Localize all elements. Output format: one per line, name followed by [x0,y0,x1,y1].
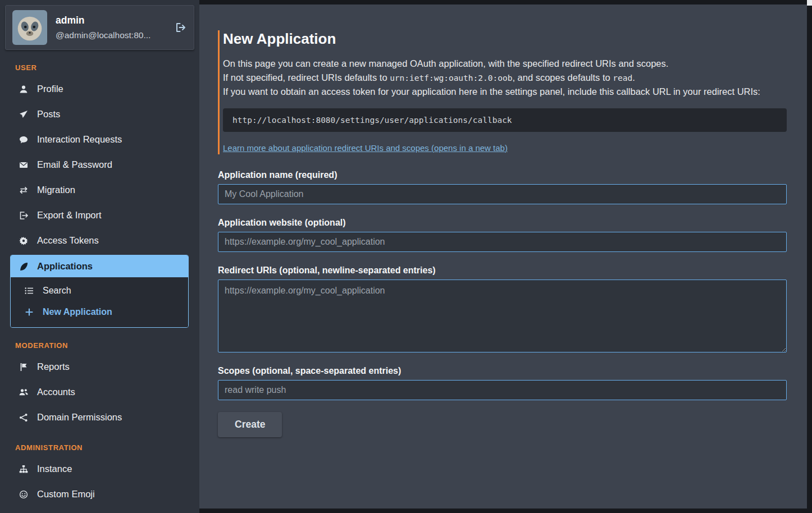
sidebar-item-label: Export & Import [37,210,102,221]
page-title: New Application [223,30,787,48]
sidebar-item-label: Instance [37,464,72,474]
sidebar-item-new-application[interactable]: New Application [11,301,188,323]
sidebar-item-export-import[interactable]: Export & Import [0,203,199,228]
intro-line-3: If you want to obtain an access token fo… [223,85,787,99]
user-info: admin @admin@localhost:80... [56,15,164,40]
sidebar-item-posts[interactable]: Posts [0,102,199,127]
intro-block: New Application On this page you can cre… [218,30,787,154]
sidebar-item-actions[interactable]: Actions [0,507,199,513]
sidebar-item-label: Access Tokens [37,235,99,246]
sidebar-item-search[interactable]: Search [11,280,188,301]
sidebar-item-label: Domain Permissions [37,412,122,423]
scrollbar-track[interactable] [807,0,812,513]
sidebar-item-label: Migration [37,185,75,195]
application-website-input[interactable] [218,232,787,252]
create-button[interactable]: Create [218,412,282,437]
application-website-label: Application website (optional) [218,218,787,228]
application-name-input[interactable] [218,184,787,204]
export-icon [19,211,29,220]
certificate-icon [19,236,29,245]
avatar [12,10,47,45]
intro-line-1: On this page you can create a new manage… [223,57,787,71]
feather-icon [19,262,29,271]
share-icon [19,413,29,422]
sidebar-nav: USERProfilePostsInteraction RequestsEmai… [0,63,199,513]
sidebar-item-label: Email & Password [37,159,112,170]
sidebar-item-label: New Application [43,307,112,317]
sidebar-item-reports[interactable]: Reports [0,354,199,379]
sidebar-item-email-password[interactable]: Email & Password [0,152,199,177]
sidebar-item-label: Interaction Requests [37,134,122,145]
logout-icon[interactable] [175,21,187,34]
user-name: admin [56,15,164,26]
section-label-administration: ADMINISTRATION [15,443,199,452]
sidebar-item-label: Profile [37,84,63,94]
learn-more-link[interactable]: Learn more about application redirect UR… [223,143,508,153]
main-panel: New Application On this page you can cre… [199,4,807,509]
smile-icon [19,490,29,499]
submenu-applications: SearchNew Application [11,277,188,327]
envelope-icon [19,161,29,170]
scopes-label: Scopes (optional, space-separated entrie… [218,366,787,376]
sidebar-item-label: Posts [37,109,60,120]
sidebar-item-accounts[interactable]: Accounts [0,379,199,405]
user-card[interactable]: admin @admin@localhost:80... [5,5,194,50]
sidebar: admin @admin@localhost:80... USERProfile… [0,0,199,513]
sidebar-item-profile[interactable]: Profile [0,76,199,102]
inline-code-oob: urn:ietf:wg:oauth:2.0:oob [390,74,512,83]
section-label-user: USER [15,63,199,72]
sidebar-item-label: Search [43,286,71,296]
sidebar-item-access-tokens[interactable]: Access Tokens [0,228,199,253]
new-application-form: Application name (required) Application … [218,170,787,437]
users-icon [19,388,29,397]
comment-icon [19,135,29,144]
user-handle: @admin@localhost:80... [56,30,164,40]
flag-icon [19,363,29,372]
scrollbar-thumb[interactable] [807,0,812,6]
section-label-moderation: MODERATION [15,341,199,350]
application-name-label: Application name (required) [218,170,787,180]
sidebar-item-label: Custom Emoji [37,489,95,500]
transfer-icon [19,186,29,195]
redirect-uris-label: Redirect URIs (optional, newline-separat… [218,265,787,276]
sidebar-item-applications[interactable]: Applications [11,255,188,277]
sidebar-item-instance[interactable]: Instance [0,456,199,482]
sidebar-item-interaction-requests[interactable]: Interaction Requests [0,127,199,152]
redirect-uris-textarea[interactable] [218,280,787,352]
callback-url-code: http://localhost:8080/settings/user/appl… [223,108,787,132]
intro-line-2: If not specified, redirect URIs defaults… [223,71,787,85]
list-icon [24,286,34,295]
sidebar-item-label: Reports [37,361,70,372]
plus-icon [24,308,34,317]
user-icon [19,85,29,94]
inline-code-read: read [613,74,632,83]
paper-plane-icon [19,110,29,119]
sidebar-item-migration[interactable]: Migration [0,177,199,203]
nav-group-applications: ApplicationsSearchNew Application [10,255,189,328]
sidebar-item-label: Applications [37,261,93,272]
scopes-input[interactable] [218,380,787,400]
sitemap-icon [19,465,29,474]
sidebar-item-label: Accounts [37,387,75,397]
sidebar-item-domain-permissions[interactable]: Domain Permissions [0,405,199,430]
sidebar-item-custom-emoji[interactable]: Custom Emoji [0,482,199,507]
